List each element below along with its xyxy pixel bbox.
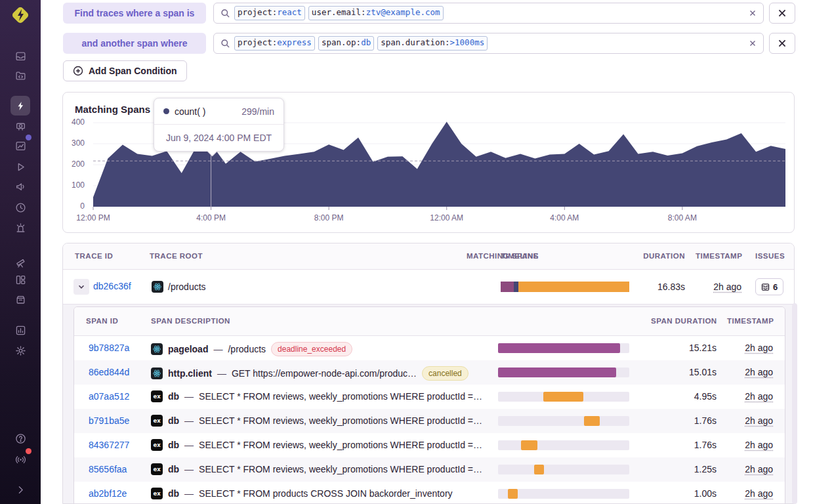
span-id-link[interactable]: a07aa512 [89,391,129,402]
status-badge: cancelled [422,366,469,381]
span-duration-bar [498,368,629,377]
express-icon: ex [151,439,163,451]
trace-timestamp: 2h ago [713,282,741,292]
express-icon: ex [151,463,163,475]
expanded-spans-panel: SPAN ID SPAN DESCRIPTION SPAN DURATION T… [63,304,794,504]
search-token[interactable]: user.email:ztv@example.com [308,6,444,20]
traces-table-header: TRACE ID TRACE ROOT MATCHING SPANS TIMEL… [63,243,794,270]
dashboard-icon[interactable] [10,270,30,289]
y-tick-label: 200 [65,159,85,169]
search-token[interactable]: project:react [234,6,305,20]
x-tick-label: 12:00 AM [421,213,473,222]
series-dot-icon [163,108,169,114]
clear-search-icon[interactable] [748,39,757,48]
span-timestamp: 2h ago [745,415,773,426]
spans-table-header: SPAN ID SPAN DESCRIPTION SPAN DURATION T… [74,307,785,336]
search-bar-span-b[interactable]: project:expressspan.op:dbspan.duration:>… [213,33,764,54]
span-id-link[interactable]: 85656faa [89,464,127,474]
span-timestamp: 2h ago [745,367,773,377]
span-timestamp: 2h ago [745,391,773,402]
code-folder-icon[interactable] [10,66,30,85]
express-icon: ex [151,488,163,499]
span-op: pageload [168,344,208,354]
collapse-chevron-icon[interactable] [10,480,30,499]
clear-search-icon[interactable] [748,9,757,18]
span-id-link[interactable]: b791ba5e [89,415,129,426]
col-trace-id: TRACE ID [75,252,113,260]
lightning-icon[interactable] [10,96,30,116]
span-timestamp: 2h ago [745,440,773,450]
search-token[interactable]: span.op:db [318,36,374,51]
delete-condition-b-button[interactable] [769,33,795,54]
play-icon[interactable] [10,157,30,177]
timeline-segment [514,282,518,292]
sidebar [0,0,41,504]
span-id-link[interactable]: 84367277 [89,440,129,450]
token-list: project:reactuser.email:ztv@example.com [234,6,444,20]
app-root: Find traces where a span is project:reac… [0,0,813,504]
dash-separator: — [213,344,222,354]
span-duration-value: 1.76s [664,440,717,450]
span-op: db [168,488,179,499]
col-trace-root: TRACE ROOT [150,252,203,260]
span-duration-value: 1.00s [664,488,717,499]
search-bar-span-a[interactable]: project:reactuser.email:ztv@example.com [213,3,764,24]
col-span-description: SPAN DESCRIPTION [151,317,230,325]
help-icon[interactable] [10,429,30,448]
span-duration-value: 4.95s [664,391,717,402]
issues-chip[interactable]: 6 [755,278,783,295]
search-token[interactable]: span.duration:>1000ms [377,36,488,51]
x-tick-label: 8:00 AM [656,213,709,222]
issues-stack-icon [761,283,770,291]
col-timeline: TIMELINE [501,252,539,260]
status-badge: deadline_exceeded [271,342,352,356]
spans-table: SPAN ID SPAN DESCRIPTION SPAN DURATION T… [73,306,785,504]
y-tick-label: 400 [65,117,85,127]
chart-tooltip: count( ) 299/min Jun 9, 2024 4:00 PM EDT [154,98,284,152]
sentry-logo-icon[interactable] [9,4,31,26]
token-list: project:expressspan.op:dbspan.duration:>… [234,36,488,51]
dash-separator: — [184,488,194,499]
col-timestamp: TIMESTAMP [696,252,741,260]
add-span-condition-label: Add Span Condition [89,66,177,76]
span-duration-bar [498,440,629,450]
broadcast-icon[interactable] [10,450,30,469]
express-icon: ex [151,415,163,427]
query-label-span-b: and another span where [63,33,206,54]
megaphone-icon[interactable] [10,177,30,196]
trace-id-link[interactable]: db26c36f [93,281,131,291]
span-duration-value: 1.25s [664,464,717,474]
collapse-trace-icon[interactable] [73,279,89,295]
x-tick-label: 4:00 PM [185,213,238,222]
span-row: 86ed844d http.client — GET https://empow… [74,360,785,385]
chart-line-icon[interactable] [10,136,30,156]
archive-box-icon[interactable] [10,289,30,309]
search-token[interactable]: project:express [234,36,315,51]
span-id-link[interactable]: 9b78827a [89,343,129,353]
span-id-link[interactable]: 86ed844d [89,367,129,377]
clock-icon[interactable] [10,198,30,217]
trace-row: db26c36f /products 25 of 47 16.83s 2h ag… [63,270,794,304]
span-duration-bar [498,343,629,353]
projector-icon[interactable] [10,116,30,136]
add-span-condition-button[interactable]: Add Span Condition [63,60,187,81]
siren-icon[interactable] [10,218,30,238]
stats-icon[interactable] [10,320,30,340]
inbox-icon[interactable] [10,46,30,66]
span-timestamp: 2h ago [745,464,773,474]
delete-condition-a-button[interactable] [769,3,795,24]
blue-notification-dot [26,135,31,140]
dash-separator: — [217,368,226,379]
span-description: GET https://empower-node-api.com/produc… [232,368,417,379]
gear-icon[interactable] [10,341,30,360]
query-label-span-a: Find traces where a span is [63,3,206,24]
col-span-id: SPAN ID [86,317,118,325]
timeline-segment [501,282,514,292]
span-duration-bar [498,392,629,402]
tooltip-series-value: 299/min [241,106,274,117]
span-timestamp: 2h ago [745,488,773,499]
search-icon [220,9,230,18]
span-id-link[interactable]: ab2bf12e [89,488,127,499]
x-tick-label: 8:00 PM [302,213,355,222]
scrollbar[interactable] [792,303,797,504]
